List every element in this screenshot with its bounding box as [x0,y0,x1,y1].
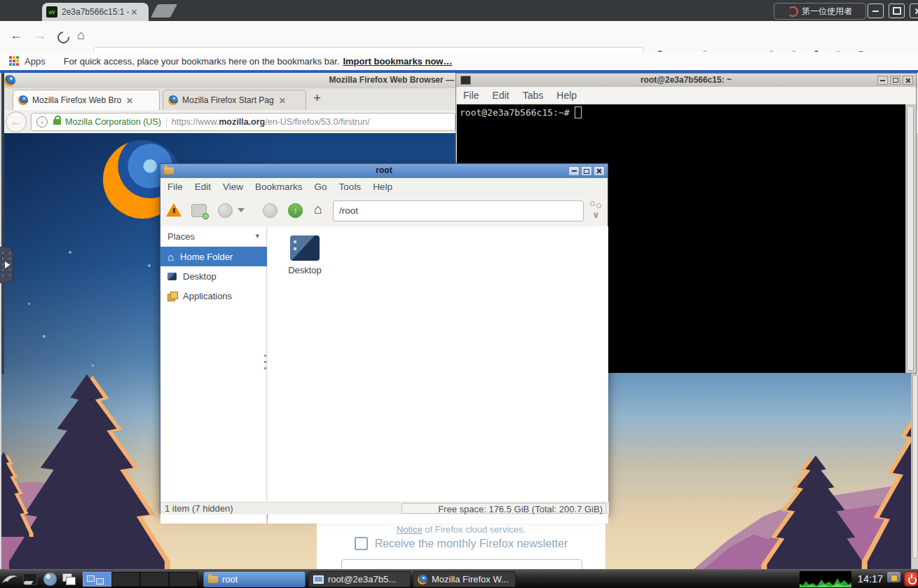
path-input[interactable]: /root [333,200,584,221]
status-item-count: 1 item (7 hidden) [165,503,233,514]
filemanager-statusbar: 1 item (7 hidden) Free space: 176.5 GiB … [160,502,609,514]
chevron-down-icon: ▾ [255,231,259,240]
filemanager-titlebar[interactable]: root [160,164,608,178]
apps-grid-icon[interactable] [9,56,19,66]
chrome-close-button[interactable] [910,4,918,18]
chrome-back-button[interactable]: ← [10,28,22,43]
menu-bookmarks[interactable]: Bookmarks [255,182,303,192]
menu-tabs[interactable]: Tabs [523,90,544,101]
chrome-toolbar: ← → ⌂ i 127.0.0.1:6080/vnc.html?autoconn… [0,21,918,52]
info-icon[interactable]: i [36,116,48,128]
chrome-maximize-button[interactable] [889,4,905,18]
bookmarks-bar: Apps For quick access, place your bookma… [0,52,918,70]
chrome-forward-button[interactable]: → [34,28,46,43]
terminal-prompt: root@2e3a7b566c15:~# [460,107,570,118]
chrome-tab-close-icon[interactable]: ✕ [130,7,138,18]
places-selector[interactable]: Places ▾ [160,228,266,247]
fm-minimize-button[interactable] [568,166,580,176]
terminal-menubar: File Edit Tabs Help [456,87,916,104]
expand-arrow-icon [5,261,10,268]
back-icon[interactable] [218,203,233,218]
identity-label[interactable]: Mozilla Corporation (US) [65,117,161,127]
scrollbar-thumb[interactable] [907,106,914,371]
vnc-left-edge-dark [1,73,4,374]
task-button-firefox[interactable]: Mozilla Firefox W... [413,571,516,587]
terminal-scrollbar[interactable] [905,104,915,373]
screen: nV 2e3a7b566c15:1 - nc ✕ 第一位使用者 ← → ⌂ i … [0,0,918,588]
places-label: Places [167,231,195,242]
terminal-icon [313,575,324,584]
chrome-tab[interactable]: nV 2e3a7b566c15:1 - nc ✕ [42,3,149,21]
jump-icon[interactable]: ∨ [589,201,605,221]
menu-file[interactable]: File [463,90,479,101]
filemanager-title: root [160,165,608,175]
filemanager-filearea[interactable]: Desktop [268,226,608,524]
novnc-favicon: nV [46,6,57,18]
workspace-4[interactable] [169,572,198,587]
firefox-new-tab-button[interactable]: + [313,90,321,106]
menu-edit[interactable]: Edit [195,182,211,192]
scrollbar-thumb[interactable] [912,375,918,559]
firefox-tab-inactive[interactable]: Mozilla Firefox Start Pag [163,90,306,110]
fm-maximize-button[interactable] [581,166,592,176]
firefox-urlbar[interactable]: i Mozilla Corporation (US) https://www.m… [31,113,455,131]
workspace-3[interactable] [140,572,169,587]
url-domain: mozilla.org [219,117,265,127]
logout-button[interactable] [904,571,918,587]
lock-screen-button[interactable] [887,572,900,582]
newsletter-checkbox[interactable] [355,537,368,550]
novnc-control-handle[interactable] [0,247,13,283]
workspace-pager[interactable] [83,572,198,587]
apps-label[interactable]: Apps [25,56,46,67]
email-input[interactable] [341,559,582,569]
firefox-window-title: Mozilla Firefox Web Browser — [329,75,454,85]
sidebar-splitter[interactable] [264,355,266,369]
sidebar-item-home[interactable]: ⌂ Home Folder [160,247,267,266]
web-browser-launcher[interactable] [41,571,58,587]
menu-tools[interactable]: Tools [339,182,362,192]
menu-go[interactable]: Go [315,182,327,192]
desktop-folder-icon [290,235,320,261]
terminal-minimize-button[interactable] [877,76,888,85]
tab-close-icon[interactable] [279,97,285,104]
terminal-close-button[interactable] [903,76,913,85]
chrome-refresh-button[interactable] [57,32,69,43]
sidebar-item-applications[interactable]: Applications [160,286,267,306]
task-button-filemanager[interactable]: root [203,571,306,587]
terminal-titlebar[interactable]: root@2e3a7b566c15: ~ [456,74,916,88]
home-icon[interactable]: ⌂ [314,202,322,216]
chrome-window-frame: nV 2e3a7b566c15:1 - nc ✕ 第一位使用者 [0,0,918,21]
fm-close-button[interactable] [594,166,605,176]
chrome-minimize-button[interactable] [868,4,884,18]
menu-edit[interactable]: Edit [493,90,509,101]
new-tab-icon[interactable] [191,204,207,217]
filemanager-launcher[interactable] [61,571,78,587]
workspace-2[interactable] [111,572,140,587]
up-icon[interactable]: ↑ [288,203,303,218]
sidebar-item-desktop[interactable]: Desktop [160,266,267,286]
firefox-tab-active[interactable]: Mozilla Firefox Web Bro [13,90,160,110]
app-menu-button[interactable] [1,571,18,587]
chrome-profile-button[interactable]: 第一位使用者 [774,3,866,20]
menu-help[interactable]: Help [373,182,392,192]
workspace-1[interactable] [83,572,111,587]
chrome-home-button[interactable]: ⌂ [77,28,85,43]
firefox-back-button[interactable]: ← [6,111,27,132]
chrome-new-tab-button[interactable] [151,4,177,18]
history-caret-icon[interactable] [238,208,245,212]
file-item-desktop[interactable]: Desktop [278,235,332,275]
forward-icon[interactable] [263,203,278,218]
tab-close-icon[interactable] [126,97,132,104]
menu-view[interactable]: View [223,182,243,192]
task-button-terminal[interactable]: root@2e3a7b5... [308,571,411,587]
show-desktop-button[interactable] [22,571,39,587]
taskbar-panel: root root@2e3a7b5... Mozilla Firefox W..… [0,569,918,588]
lock-icon [53,119,61,125]
cpu-monitor [800,571,851,587]
import-bookmarks-link[interactable]: Import bookmarks now… [343,56,452,67]
firefox-favicon [18,95,28,105]
menu-file[interactable]: File [167,182,183,192]
terminal-maximize-button[interactable] [890,76,900,85]
file-item-label: Desktop [278,265,332,275]
menu-help[interactable]: Help [556,90,577,101]
